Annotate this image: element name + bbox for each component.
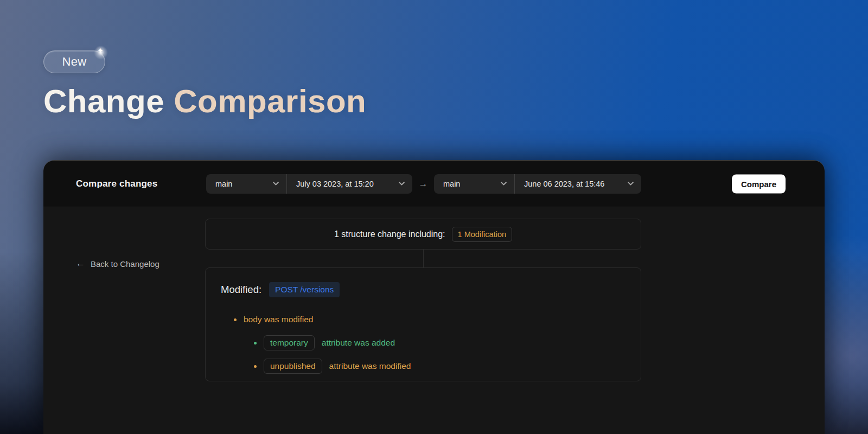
diff-item-text: body was modified [244,315,313,324]
chevron-down-icon [273,182,279,186]
modification-count-badge[interactable]: 1 Modification [452,227,512,242]
attribute-chip[interactable]: unpublished [264,359,322,374]
chevron-down-icon [399,182,405,186]
diff-header-row: Modified: POST /versions [221,282,626,297]
source-date-value: July 03 2023, at 15:20 [296,180,374,188]
target-branch-value: main [443,180,460,188]
source-branch-dropdown[interactable]: main [206,174,286,194]
bullet-dot-icon [234,318,237,321]
arrow-right-icon: → [418,178,429,189]
list-item: body was modified [234,312,626,327]
list-item: temporary attribute was added [254,335,626,350]
chevron-down-icon [628,182,634,186]
diff-item-list: body was modified temporary attribute wa… [221,312,626,374]
tree-connector-line [423,250,424,267]
source-version-select[interactable]: main July 03 2023, at 15:20 [206,174,412,194]
target-branch-dropdown[interactable]: main [434,174,514,194]
diff-label: Modified: [221,284,261,296]
diff-item-text: attribute was modified [329,361,411,371]
endpoint-chip[interactable]: POST /versions [269,282,340,297]
compare-button[interactable]: Compare [732,174,786,193]
target-date-dropdown[interactable]: June 06 2023, at 15:46 [515,174,641,194]
hero-section: New Change Comparison [43,50,366,118]
source-date-dropdown[interactable]: July 03 2023, at 15:20 [287,174,412,194]
sparkle-icon [94,46,108,60]
source-branch-value: main [215,180,232,188]
toolbar-title: Compare changes [76,178,157,189]
page-background: New Change Comparison Compare changes ma… [0,0,868,434]
page-title-word-2: Comparison [174,83,366,119]
target-version-select[interactable]: main June 06 2023, at 15:46 [434,174,641,194]
list-item: unpublished attribute was modified [254,359,626,374]
back-link-label: Back to Changelog [91,259,159,269]
diff-detail-box: Modified: POST /versions body was modifi… [205,267,641,381]
diff-item-text: attribute was added [322,338,395,348]
new-badge: New [43,50,105,73]
bullet-dot-icon [254,342,257,344]
attribute-chip[interactable]: temporary [264,335,315,350]
compare-toolbar: Compare changes main July 03 2023, at 15… [43,161,825,207]
arrow-left-icon: ← [76,258,85,269]
summary-text: 1 structure change including: [334,229,445,239]
comparison-panel: Compare changes main July 03 2023, at 15… [43,160,825,434]
change-summary-box: 1 structure change including: 1 Modifica… [205,219,641,250]
target-date-value: June 06 2023, at 15:46 [524,180,604,188]
bullet-dot-icon [254,365,257,368]
page-title: Change Comparison [43,85,366,118]
chevron-down-icon [501,182,507,186]
new-badge-label: New [62,55,87,69]
back-to-changelog-link[interactable]: ← Back to Changelog [76,258,159,269]
page-title-word-1: Change [43,83,164,119]
